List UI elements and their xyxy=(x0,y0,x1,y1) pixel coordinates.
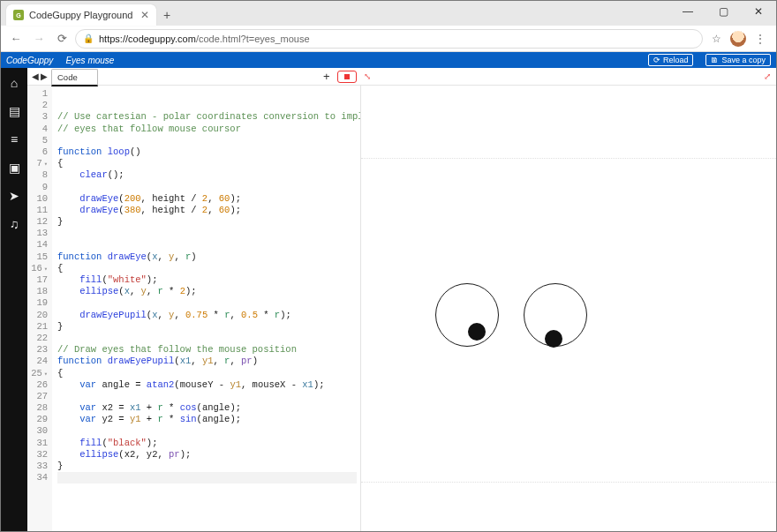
browser-menu-icon[interactable]: ⋮ xyxy=(755,33,766,45)
bookmark-star-icon[interactable]: ☆ xyxy=(712,33,721,45)
back-button[interactable]: ← xyxy=(6,29,26,49)
project-name: Eyes mouse xyxy=(65,56,114,65)
rocket-icon[interactable]: ➤ xyxy=(6,188,22,204)
maximize-button[interactable]: ▢ xyxy=(705,1,741,22)
menu-icon[interactable]: ≡ xyxy=(6,131,22,147)
code-editor[interactable]: 1234567891011121314151617181920212223242… xyxy=(27,86,361,531)
pupil-shape xyxy=(468,323,486,341)
code-tab[interactable]: Code xyxy=(51,69,98,86)
tab-title: CodeGuppy Playground xyxy=(29,10,132,20)
forward-button[interactable]: → xyxy=(29,29,49,49)
address-bar: ← → ⟳ 🔒 https://codeguppy.com/code.html?… xyxy=(1,26,776,52)
pupil-shape xyxy=(545,330,562,348)
brand-link[interactable]: CodeGuppy xyxy=(6,56,53,65)
favicon-icon: G xyxy=(13,10,24,20)
shrink-canvas-icon[interactable]: ⤡ xyxy=(364,71,371,81)
reload-project-button[interactable]: ⟳ Reload xyxy=(648,54,694,66)
save-copy-button[interactable]: 🗎 Save a copy xyxy=(705,54,771,66)
book-icon[interactable]: ▤ xyxy=(6,103,22,119)
save-label: Save a copy xyxy=(721,56,766,64)
browser-tab[interactable]: G CodeGuppy Playground ✕ xyxy=(6,4,156,26)
reload-button[interactable]: ⟳ xyxy=(52,29,72,49)
stop-button[interactable] xyxy=(337,71,357,83)
lock-icon: 🔒 xyxy=(83,34,94,43)
line-gutter: 1234567891011121314151617181920212223242… xyxy=(27,86,52,531)
close-window-button[interactable]: ✕ xyxy=(741,1,776,22)
profile-avatar[interactable] xyxy=(730,31,746,47)
home-icon[interactable]: ⌂ xyxy=(6,75,22,91)
save-icon: 🗎 xyxy=(711,56,719,64)
image-icon[interactable]: ▣ xyxy=(6,160,22,176)
url-text: https://codeguppy.com/code.html?t=eyes_m… xyxy=(99,34,310,44)
reload-label: Reload xyxy=(663,56,689,64)
url-field[interactable]: 🔒 https://codeguppy.com/code.html?t=eyes… xyxy=(75,29,703,49)
output-canvas[interactable] xyxy=(361,86,776,531)
new-tab-button[interactable]: + xyxy=(156,4,177,26)
minimize-button[interactable]: — xyxy=(670,1,705,22)
app-header: CodeGuppy Eyes mouse ⟳ Reload 🗎 Save a c… xyxy=(1,52,776,68)
stop-icon xyxy=(344,74,350,79)
add-tab-button[interactable]: + xyxy=(323,70,330,83)
reload-icon: ⟳ xyxy=(653,56,660,64)
browser-titlebar: G CodeGuppy Playground ✕ + — ▢ ✕ xyxy=(1,1,776,26)
code-area[interactable]: // Use cartesian - polar coordinates con… xyxy=(52,86,360,531)
expand-canvas-icon[interactable]: ⤢ xyxy=(764,71,771,81)
tab-next-icon[interactable]: ▶ xyxy=(40,71,49,81)
close-tab-icon[interactable]: ✕ xyxy=(140,9,149,21)
left-sidebar: ⌂ ▤ ≡ ▣ ➤ ♫ xyxy=(1,68,27,531)
eye-shape xyxy=(435,283,499,347)
eye-shape xyxy=(524,283,587,347)
music-icon[interactable]: ♫ xyxy=(6,216,22,232)
tab-prev-icon[interactable]: ◀ xyxy=(31,71,40,81)
window-controls: — ▢ ✕ xyxy=(670,1,776,22)
editor-toolbar: ◀ ▶ Code + ⤡ ⤢ xyxy=(27,68,776,86)
